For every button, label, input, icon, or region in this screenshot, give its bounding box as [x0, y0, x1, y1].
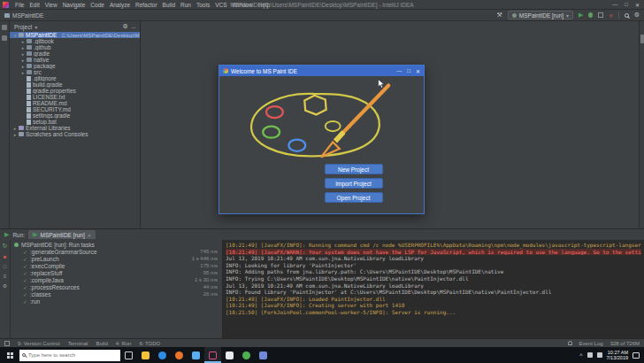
dialog-button[interactable]: New Project [325, 164, 383, 174]
gradle-task-row[interactable]: :compileJava 1 s 30 ms [11, 276, 222, 283]
breadcrumb[interactable]: MSPaintIDE [4, 12, 43, 19]
coverage-button[interactable] [598, 12, 603, 18]
project-tree-item[interactable]: gradle [10, 50, 140, 57]
settings-gear-icon[interactable] [634, 12, 640, 19]
dialog-minimize-icon[interactable] [396, 68, 402, 74]
expand-chevron-icon[interactable] [13, 33, 17, 38]
minimize-icon[interactable] [612, 2, 617, 8]
project-tree-item[interactable]: Scratches and Consoles [10, 131, 140, 137]
build-hammer-icon[interactable] [497, 12, 502, 19]
dialog-maximize-icon[interactable] [407, 68, 410, 74]
run-console[interactable]: [10:21:49] [JavaFX/INFO]: Running comman… [223, 240, 644, 338]
menu-item[interactable]: Run [178, 2, 194, 8]
panel-settings-icon[interactable] [122, 23, 127, 30]
taskbar-search[interactable] [19, 350, 120, 361]
stop-button[interactable] [609, 12, 612, 19]
expand-chevron-icon[interactable] [21, 45, 25, 50]
taskbar-app-button[interactable] [154, 347, 171, 363]
action-center-icon[interactable] [632, 352, 640, 359]
gradle-task-row[interactable]: :processResources 44 ms [11, 283, 222, 290]
structure-tool-icon[interactable] [2, 35, 7, 41]
project-tree-item[interactable]: package [10, 63, 140, 69]
dialog-button[interactable]: Open Project [325, 192, 383, 203]
close-tab-icon[interactable] [88, 232, 91, 238]
taskbar-app-button[interactable] [137, 347, 154, 363]
taskbar-app-button[interactable] [238, 347, 255, 363]
gradle-task-row[interactable]: :run [11, 297, 222, 305]
expand-chevron-icon[interactable] [21, 64, 25, 69]
expand-chevron-icon[interactable] [21, 51, 25, 57]
expand-chevron-icon[interactable] [21, 39, 25, 44]
search-input[interactable] [28, 351, 117, 360]
close-icon[interactable] [635, 2, 640, 8]
gradle-task-row[interactable]: :preLaunch 1 s 446 ms [11, 255, 222, 262]
event-log-icon[interactable] [568, 341, 572, 345]
chevron-down-icon[interactable] [34, 24, 37, 30]
taskbar-app-button[interactable] [255, 347, 272, 363]
expand-chevron-icon[interactable] [21, 70, 25, 75]
soft-wrap-icon[interactable] [4, 273, 7, 279]
gradle-task-row[interactable]: :generateGrammarSource 745 ms [11, 248, 222, 255]
pin-icon[interactable] [4, 263, 7, 269]
console-settings-icon[interactable] [3, 282, 7, 289]
status-bar-item[interactable]: 6: TODO [139, 341, 160, 346]
menu-item[interactable]: Build [160, 2, 178, 8]
status-bar-item[interactable]: 9: Version Control [18, 341, 60, 346]
project-tree-item[interactable]: gradle.properties [10, 88, 140, 94]
gradle-task-row[interactable]: :replaceStuff 95 ms [11, 269, 222, 276]
project-tree-item[interactable]: native [10, 57, 140, 63]
status-bar-item[interactable]: Terminal [68, 341, 88, 346]
rerun-icon[interactable] [3, 243, 8, 250]
task-view-button[interactable] [120, 347, 137, 363]
project-tree-item[interactable]: .gitignore [10, 75, 140, 81]
project-tool-icon[interactable] [2, 25, 7, 30]
run-config-select[interactable]: MSPaintIDE [run] [508, 11, 573, 19]
volume-icon[interactable] [597, 352, 602, 358]
expand-chevron-icon[interactable] [13, 126, 17, 131]
project-tree-item[interactable]: src [10, 69, 140, 75]
taskbar-app-button[interactable] [188, 347, 204, 363]
menu-item[interactable]: View [42, 2, 60, 8]
project-tree-item[interactable]: .github [10, 44, 140, 50]
menu-item[interactable]: Code [88, 2, 107, 8]
run-tab[interactable]: MSPaintIDE [run] [28, 230, 96, 239]
status-bar-item[interactable]: 4: Run [116, 341, 132, 346]
status-bar-item[interactable]: Build [96, 341, 107, 346]
dialog-close-icon[interactable] [416, 68, 420, 74]
project-tree-item[interactable]: External Libraries [10, 125, 140, 131]
project-tree-item[interactable]: settings.gradle [10, 112, 140, 119]
event-log-label[interactable]: Event Log [579, 341, 603, 346]
project-tree-item[interactable]: .gitbook [10, 38, 140, 44]
menu-item[interactable]: Tools [194, 2, 212, 8]
taskbar-app-button[interactable] [171, 347, 188, 363]
project-tree-item[interactable]: SECURITY.md [10, 106, 140, 112]
hide-panel-icon[interactable] [132, 24, 135, 30]
menu-item[interactable]: Navigate [60, 2, 88, 8]
gradle-task-row[interactable]: :execCompile 175 ms [11, 262, 222, 269]
start-button[interactable] [0, 347, 19, 363]
project-tree-item[interactable]: LICENSE.txt [10, 94, 140, 100]
run-button[interactable] [579, 12, 583, 19]
gradle-run-root[interactable]: MSPaintIDE [run]: Run tasks [11, 241, 222, 248]
dialog-button[interactable]: Import Project [325, 178, 383, 189]
taskbar-app-button[interactable] [204, 347, 221, 363]
project-root-item[interactable]: MSPaintIDE C:\Users\MSPaintIDE\Desktop\M… [10, 32, 140, 38]
network-icon[interactable] [587, 352, 593, 358]
dialog-title-bar[interactable]: Welcome to MS Paint IDE [219, 66, 424, 76]
project-tree-item[interactable]: build.gradle [10, 81, 140, 88]
tool-window-switcher-icon[interactable] [4, 341, 10, 346]
search-everywhere-icon[interactable] [625, 13, 629, 18]
stop-icon[interactable] [4, 253, 7, 259]
menu-item[interactable]: Analyze [107, 2, 133, 8]
tray-chevron-up-icon[interactable] [579, 352, 582, 359]
gradle-tool-icon[interactable] [640, 35, 644, 43]
menu-item[interactable]: Refactor [133, 2, 160, 8]
taskbar-clock[interactable]: 10:27 AM 7/13/2019 [607, 350, 628, 361]
project-tree-item[interactable]: README.md [10, 100, 140, 106]
menu-item[interactable]: File [12, 2, 27, 8]
menu-item[interactable]: Edit [27, 2, 42, 8]
menu-item[interactable]: VCS [212, 2, 229, 8]
gradle-task-row[interactable]: :classes 26 ms [11, 290, 222, 297]
expand-chevron-icon[interactable] [13, 132, 17, 137]
maximize-icon[interactable] [625, 2, 628, 8]
